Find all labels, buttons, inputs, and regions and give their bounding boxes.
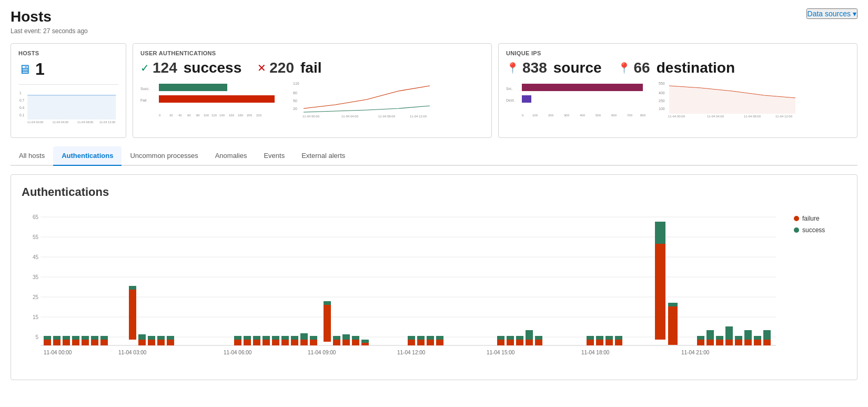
tab-uncommon-processes[interactable]: Uncommon processes: [122, 146, 206, 166]
tab-authentications[interactable]: Authentications: [53, 146, 122, 166]
svg-rect-112: [300, 333, 308, 340]
hosts-count: 1: [35, 59, 45, 79]
ips-card-title: Unique IPs: [506, 50, 850, 56]
auth-bar-mini-chart: Succ. Fail 0 20 40 60 80 100 120 140 160…: [140, 80, 288, 119]
auth-stat-card: User authentications ✓ 124 success ✕ 220…: [133, 43, 492, 138]
svg-rect-98: [244, 336, 251, 340]
svg-rect-150: [655, 222, 665, 244]
svg-text:55: 55: [33, 234, 39, 240]
svg-text:11-04 00:00: 11-04 00:00: [668, 115, 685, 118]
svg-text:35: 35: [33, 274, 39, 280]
stats-row: Hosts 🖥 1 1 0.7 0.4 0.1 11-04 00:00 11-0…: [11, 43, 857, 138]
ips-dest-metric: 📍 66 destination: [618, 59, 735, 76]
svg-text:20: 20: [169, 114, 173, 117]
svg-rect-157: [716, 340, 723, 345]
chevron-down-icon: ▾: [853, 9, 856, 18]
svg-rect-76: [63, 336, 70, 340]
hosts-stat-card: Hosts 🖥 1 1 0.7 0.4 0.1 11-04 00:00 11-0…: [11, 43, 126, 138]
svg-rect-144: [596, 336, 603, 340]
svg-rect-90: [148, 336, 155, 340]
svg-rect-134: [507, 336, 514, 340]
auth-bar-chart-area: 65 55 45 35 25 15: [22, 210, 789, 369]
svg-text:220: 220: [256, 114, 262, 117]
tab-events[interactable]: Events: [255, 146, 293, 166]
svg-rect-117: [342, 340, 350, 345]
svg-text:120: 120: [211, 114, 217, 117]
svg-rect-156: [706, 330, 714, 340]
svg-rect-141: [587, 340, 594, 345]
svg-text:11-04 21:00: 11-04 21:00: [681, 350, 710, 355]
svg-text:45: 45: [33, 254, 39, 260]
auth-line-mini-chart: 110 80 50 20 11-04 00:00 11-04 04:00 11-…: [293, 80, 440, 119]
svg-text:11-04 08:00: 11-04 08:00: [77, 121, 94, 124]
svg-text:100: 100: [532, 114, 538, 117]
svg-rect-146: [605, 336, 613, 340]
svg-text:11-04 12:00: 11-04 12:00: [775, 115, 793, 118]
svg-rect-139: [535, 340, 542, 345]
ips-metrics: 📍 838 source 📍 66 destination: [506, 59, 850, 76]
svg-text:800: 800: [640, 114, 646, 117]
last-event-text: Last event: 27 seconds ago: [11, 27, 857, 35]
svg-text:550: 550: [659, 82, 665, 85]
svg-rect-115: [333, 340, 340, 345]
svg-text:Dest.: Dest.: [506, 98, 514, 102]
svg-text:0.4: 0.4: [19, 106, 24, 110]
ips-dest-count: 66: [634, 59, 650, 76]
auth-bar-chart-container: 65 55 45 35 25 15: [22, 210, 846, 369]
svg-rect-153: [697, 340, 704, 345]
svg-rect-127: [427, 340, 434, 345]
svg-rect-140: [535, 336, 542, 340]
svg-rect-152: [668, 303, 678, 306]
svg-rect-100: [253, 336, 260, 340]
tab-anomalies[interactable]: Anomalies: [207, 146, 256, 166]
svg-rect-114: [310, 336, 317, 340]
legend-failure: failure: [794, 215, 846, 222]
svg-rect-123: [408, 340, 415, 345]
svg-rect-79: [72, 340, 79, 345]
ips-source-label: source: [553, 59, 602, 76]
svg-rect-85: [100, 340, 108, 345]
ips-dest-label: destination: [657, 59, 735, 76]
auth-success-metric: ✓ 124 success: [140, 59, 241, 76]
svg-text:11-04 04:00: 11-04 04:00: [707, 115, 724, 118]
svg-text:80: 80: [196, 114, 200, 117]
tab-external-alerts[interactable]: External alerts: [293, 146, 354, 166]
svg-text:100: 100: [659, 107, 665, 111]
svg-rect-122: [361, 340, 369, 343]
auth-success-label: success: [184, 59, 242, 76]
svg-text:11-04 06:00: 11-04 06:00: [224, 350, 252, 355]
svg-rect-91: [157, 340, 165, 345]
svg-rect-154: [697, 336, 704, 340]
ips-card-charts: Src. Dest. 0 100 200 300 400 500 600 700…: [506, 80, 850, 119]
svg-text:80: 80: [293, 91, 297, 95]
svg-rect-94: [167, 336, 174, 340]
svg-text:11-04 03:00: 11-04 03:00: [118, 350, 147, 355]
svg-rect-136: [516, 336, 523, 340]
svg-rect-120: [352, 336, 359, 340]
hosts-icon: 🖥: [18, 62, 31, 77]
svg-rect-82: [82, 336, 89, 340]
svg-text:Succ.: Succ.: [140, 87, 150, 91]
svg-rect-11: [159, 84, 227, 91]
tab-all-hosts[interactable]: All hosts: [11, 146, 53, 166]
svg-rect-88: [138, 334, 146, 340]
pin-source-icon: 📍: [506, 62, 519, 74]
data-sources-button[interactable]: Data sources ▾: [806, 8, 857, 19]
ips-source-metric: 📍 838 source: [506, 59, 602, 76]
svg-text:400: 400: [580, 114, 586, 117]
svg-text:140: 140: [219, 114, 225, 117]
check-icon: ✓: [140, 62, 149, 74]
auth-section-title: Authentications: [22, 185, 846, 199]
svg-rect-131: [497, 340, 504, 345]
svg-rect-89: [148, 340, 155, 345]
svg-text:0: 0: [159, 114, 161, 117]
ips-bar-mini-chart: Src. Dest. 0 100 200 300 400 500 600 700…: [506, 80, 653, 119]
svg-rect-96: [234, 336, 241, 340]
svg-rect-13: [159, 95, 275, 103]
svg-text:0.1: 0.1: [19, 113, 24, 117]
svg-rect-118: [342, 334, 350, 340]
svg-text:250: 250: [659, 99, 665, 103]
svg-text:180: 180: [238, 114, 244, 117]
svg-rect-159: [725, 340, 733, 345]
svg-text:500: 500: [596, 114, 601, 117]
